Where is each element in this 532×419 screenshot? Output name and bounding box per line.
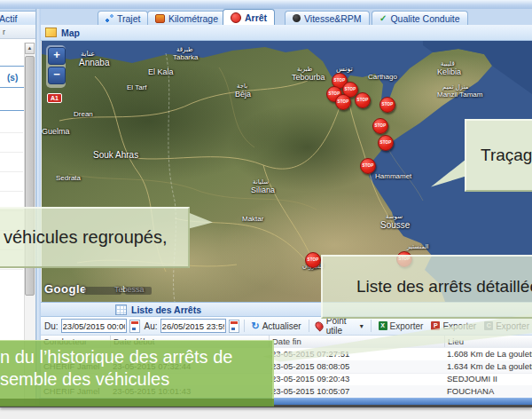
sidebar-list-item[interactable] [0, 133, 23, 153]
date-to-input[interactable] [160, 319, 226, 333]
tab-label: Vitesse&RPM [304, 13, 362, 24]
map-city-label: سوسة [386, 213, 403, 220]
stop-marker[interactable]: STOP [305, 252, 321, 268]
table-cell: 23-05-2015 08:08:05 [269, 361, 349, 371]
au-label: Au: [145, 321, 158, 331]
table-cell: SEDJOUMI II [444, 374, 497, 383]
refresh-button[interactable]: ↻ Actualiser [248, 320, 303, 333]
tab-trajet[interactable]: Trajet [98, 11, 148, 25]
route-icon [106, 14, 113, 22]
table-cell: 1.634 Km de La goulette [444, 361, 532, 371]
tab-label: Kilométrage [168, 13, 218, 24]
export-excel-button[interactable]: X Exporter [376, 320, 426, 332]
pin-icon [314, 320, 325, 332]
map-city-label: Béja [235, 90, 251, 99]
sidebar-list-item[interactable] [0, 172, 23, 192]
stop-icon [231, 12, 241, 23]
map-city-label: Souk Ahras [93, 150, 138, 160]
map-city-label: Maktar [242, 215, 263, 223]
sidebar-list-item[interactable] [0, 114, 23, 133]
gauge-icon [293, 14, 301, 22]
map-city-label: Sousse [380, 220, 410, 230]
callout-vehicles: véhicules regroupés, [0, 207, 190, 268]
callout-bottom-band [0, 399, 274, 407]
toolbar-separator [244, 320, 245, 332]
scroll-up-arrow-icon[interactable]: ▲ [25, 43, 35, 54]
tab-qualite-conduite[interactable]: ✓ Qualite Conduite [372, 11, 468, 25]
refresh-icon: ↻ [251, 320, 259, 332]
callout-historique: n du l’historique des arrêts de semble d… [0, 340, 274, 406]
map-city-label: Sedrata [56, 174, 81, 182]
table-cell: 1.608 Km de La goulette [444, 349, 532, 359]
sidebar-group-line [0, 66, 24, 67]
map-city-label: El Tarf [127, 83, 147, 91]
stop-marker[interactable]: STOP [378, 135, 394, 151]
export-label: Exporter [390, 321, 424, 331]
map-city-label: المنستير [407, 243, 429, 250]
map-city-label: منزل تميم [442, 83, 469, 91]
poi-label: Point utile [326, 316, 357, 336]
du-label: Du: [44, 321, 59, 331]
sidebar-list-item[interactable] [0, 153, 23, 172]
excel-icon: X [379, 321, 387, 330]
refresh-label: Actualiser [262, 321, 301, 331]
table-cell: 23-05-2015 09:20:43 [269, 374, 349, 383]
sidebar-group-line [0, 87, 24, 88]
calendar-icon[interactable] [129, 320, 140, 333]
map-zoom-control: + − [46, 45, 66, 88]
map-city-label: El Kala [148, 67, 174, 76]
date-from-input[interactable] [61, 319, 127, 333]
odometer-icon [155, 14, 165, 23]
callout-text-line1: n du l’historique des arrêts de [0, 346, 272, 368]
tab-strip: Actif Trajet Kilométrage Arrêt Vitesse&R… [0, 9, 532, 25]
map-city-label: طبرقة [176, 46, 193, 53]
stop-marker[interactable]: STOP [379, 97, 395, 113]
map-panel-title: Map [61, 28, 80, 38]
tab-vitesse-rpm[interactable]: Vitesse&RPM [285, 11, 370, 25]
sidebar-group-line [0, 110, 24, 111]
table-cell: FOUCHANA [444, 386, 494, 396]
google-logo: Google [44, 282, 87, 296]
sidebar-group-label: (s) [7, 73, 18, 83]
road-badge-a1: A1 [47, 93, 62, 103]
stop-marker[interactable]: STOP [360, 158, 376, 174]
map-city-label: Carthago [368, 73, 397, 81]
tab-label: Arrêt [245, 12, 267, 23]
tab-label: Qualite Conduite [390, 13, 459, 24]
map-city-label: سليانة [253, 178, 269, 186]
stop-marker[interactable]: STOP [372, 118, 388, 134]
map-attribution-box [84, 287, 121, 295]
toolbar-separator [309, 320, 309, 332]
list-grid-icon [115, 304, 127, 315]
callout-liste-arrets: Liste des arrêts détaillée [321, 255, 532, 319]
app-window: { "chrome": { "left_tab": "Actif", "tabs… [0, 0, 532, 419]
map-city-label: Kelibia [437, 67, 461, 76]
tab-label: Trajet [117, 13, 140, 24]
stops-panel-title: Liste des Arrêts [131, 304, 201, 315]
zoom-in-button[interactable]: + [48, 47, 66, 65]
map-city-label: Drean [74, 110, 93, 118]
tab-actif-label: Actif [0, 13, 17, 24]
tab-arret[interactable]: Arrêt [223, 9, 275, 25]
stop-marker[interactable]: STOP [355, 92, 371, 108]
map-panel-header: Map [41, 25, 532, 41]
callout-text: Liste des arrêts détaillée [356, 277, 532, 296]
map-city-label: Annaba [79, 58, 109, 67]
stop-marker[interactable]: STOP [335, 94, 351, 110]
callout-text: véhicules regroupés, [4, 227, 168, 248]
chevron-down-icon: ▾ [360, 322, 364, 330]
map-city-label: عنابة [81, 50, 95, 58]
zoom-out-button[interactable]: − [48, 67, 66, 84]
map-city-label: Tebourba [292, 73, 325, 82]
map-city-label: Guelma [42, 127, 70, 136]
callout-text-line2: semble des véhicules [0, 368, 272, 391]
tab-kilometrage[interactable]: Kilométrage [147, 11, 226, 25]
calendar-icon[interactable] [229, 320, 239, 333]
map-city-label: Manzil Tamam [437, 91, 482, 99]
map-city-label: Tabarka [173, 53, 198, 61]
map-city-label: باجة [237, 83, 247, 90]
map-icon [45, 28, 57, 37]
map-city-label: Hammamet [375, 172, 411, 180]
map-city-label: Siliana [251, 186, 275, 194]
table-cell: 23-05-2015 10:05:07 [269, 386, 349, 396]
